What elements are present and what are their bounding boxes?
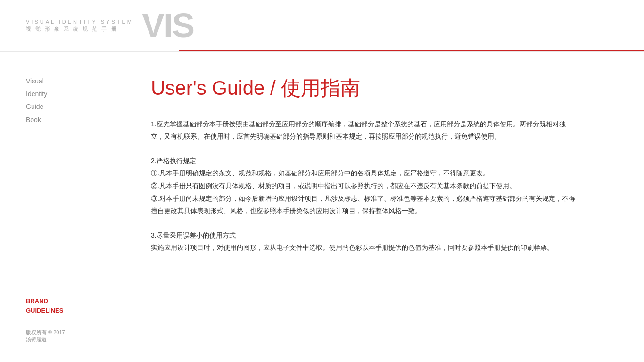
header-red-line — [179, 50, 644, 51]
section2-item1: ①.凡本手册明确规定的条文、规范和规格，如基础部分和应用部分中的各项具体规定，应… — [151, 167, 575, 180]
page-title: User's Guide / 使用指南 — [151, 75, 606, 101]
main-content: User's Guide / 使用指南 1.应先掌握基础部分本手册按照由基础部分… — [94, 52, 644, 362]
sidebar: Visual Identity Guide Book BRAND GUIDELI… — [0, 52, 94, 362]
header-vis-logo: VIS — [142, 8, 194, 42]
header-en-text: VISUAL IDENTITY SYSTEM — [26, 18, 133, 25]
sidebar-nav: Visual Identity Guide Book — [26, 75, 68, 126]
header-cn-text: 视 觉 形 象 系 统 规 范 手 册 — [26, 25, 133, 33]
section3-title: 3.尽量采用误差小的使用方式 — [151, 229, 575, 242]
sidebar-item-identity[interactable]: Identity — [26, 88, 68, 100]
header-text-block: VISUAL IDENTITY SYSTEM 视 觉 形 象 系 统 规 范 手… — [26, 18, 133, 33]
sidebar-item-guide[interactable]: Guide — [26, 101, 68, 113]
section3-paragraph: 3.尽量采用误差小的使用方式 实施应用设计项目时，对使用的图形，应从电子文件中选… — [151, 229, 575, 254]
content-body: 1.应先掌握基础部分本手册按照由基础部分至应用部分的顺序编排，基础部分是整个系统… — [151, 118, 575, 254]
section1-text: 1.应先掌握基础部分本手册按照由基础部分至应用部分的顺序编排，基础部分是整个系统… — [151, 118, 575, 143]
section2-title: 2.严格执行规定 — [151, 155, 575, 167]
section2-paragraph: 2.严格执行规定 ①.凡本手册明确规定的条文、规范和规格，如基础部分和应用部分中… — [151, 155, 575, 217]
copyright-text: 版权所有 © 2017 汤铸履道 — [26, 329, 68, 343]
header: VISUAL IDENTITY SYSTEM 视 觉 形 象 系 统 规 范 手… — [0, 0, 644, 52]
section1-paragraph: 1.应先掌握基础部分本手册按照由基础部分至应用部分的顺序编排，基础部分是整个系统… — [151, 118, 575, 143]
section3-body: 实施应用设计项目时，对使用的图形，应从电子文件中选取。使用的色彩以本手册提供的色… — [151, 241, 575, 254]
sidebar-footer: BRAND GUIDELINES 版权所有 © 2017 汤铸履道 — [26, 296, 68, 343]
section2-item2: ②.凡本手册只有图例没有具体规格、材质的项目，或说明中指出可以参照执行的，都应在… — [151, 180, 575, 192]
sidebar-item-book[interactable]: Book — [26, 114, 68, 126]
section2-item3: ③.对本手册尚未规定的部分，如今后新增的应用设计项目，凡涉及标志、标准字、标准色… — [151, 192, 575, 217]
brand-guidelines-label: BRAND GUIDELINES — [26, 296, 68, 315]
sidebar-item-visual[interactable]: Visual — [26, 75, 68, 87]
